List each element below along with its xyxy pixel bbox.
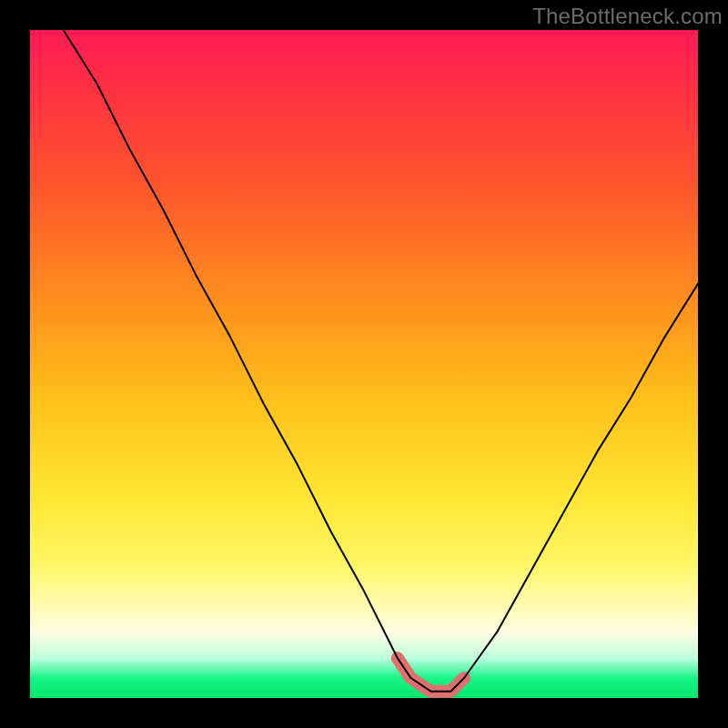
bottleneck-chart-stage: TheBottleneck.com <box>0 0 728 728</box>
bottleneck-curve-line <box>64 30 698 692</box>
bottleneck-highlight-mark <box>398 658 464 692</box>
watermark-label: TheBottleneck.com <box>532 4 723 29</box>
chart-svg-layer <box>30 30 698 698</box>
